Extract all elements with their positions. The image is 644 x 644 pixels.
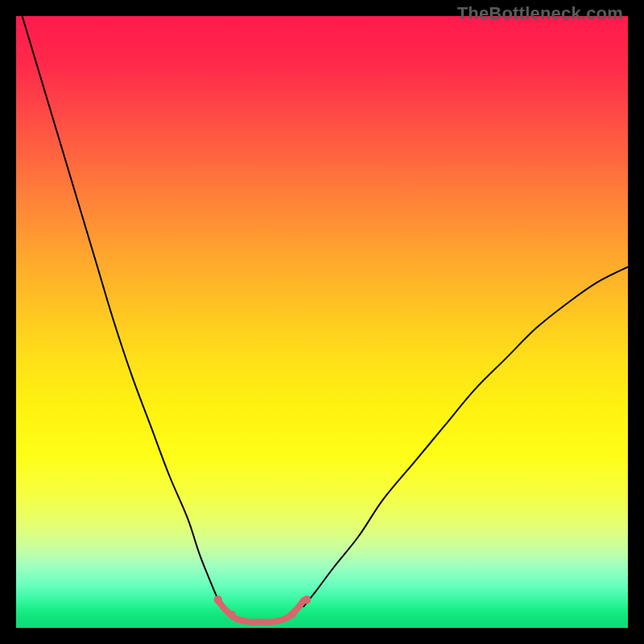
series-right-branch <box>303 267 628 607</box>
curve-layer <box>16 16 628 628</box>
plot-area <box>16 16 628 628</box>
series-group <box>23 16 628 622</box>
marker-dot <box>229 611 236 618</box>
marker-dot <box>214 596 222 604</box>
chart-frame: TheBottleneck.com <box>0 0 644 644</box>
marker-dot <box>303 596 311 604</box>
marker-dot <box>289 611 296 618</box>
series-left-branch <box>23 16 221 606</box>
watermark-text: TheBottleneck.com <box>457 3 623 24</box>
